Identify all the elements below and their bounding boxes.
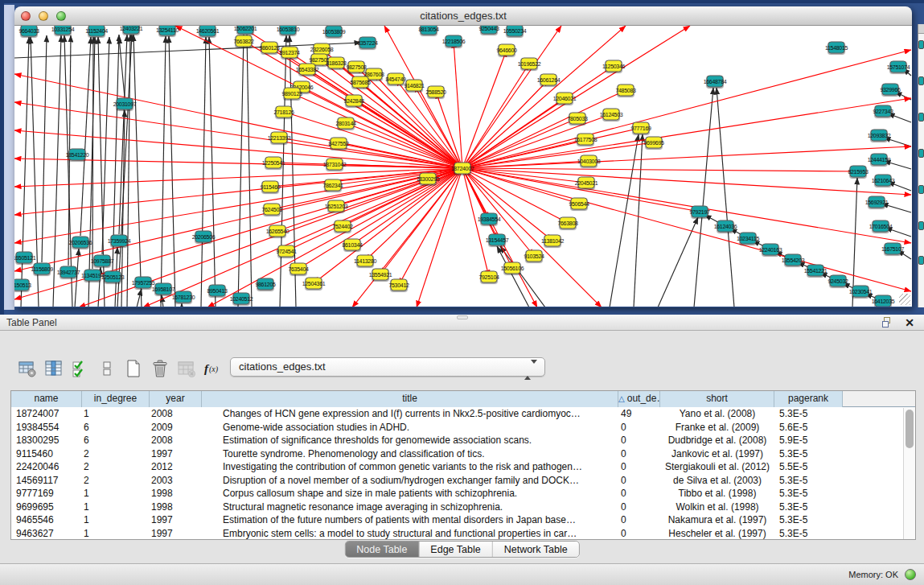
- graph-node[interactable]: 16543382: [299, 64, 316, 76]
- panel-drag-handle[interactable]: [457, 315, 468, 319]
- table-row[interactable]: 1938455462009Genome-wide association stu…: [11, 421, 915, 435]
- row-height-icon[interactable]: [96, 357, 118, 380]
- graph-node[interactable]: 12218506: [446, 35, 462, 47]
- table-row[interactable]: 946554611997Estimation of the future num…: [11, 513, 915, 527]
- graph-node[interactable]: 9115460: [262, 181, 279, 193]
- graph-node[interactable]: 8357224: [359, 37, 376, 49]
- select-rows-icon[interactable]: [69, 357, 92, 380]
- graph-node[interactable]: 11548015: [828, 42, 845, 54]
- graph-node[interactable]: 8454749: [388, 73, 405, 85]
- graph-node[interactable]: 16781230: [175, 291, 192, 303]
- graph-node[interactable]: 10230541: [852, 286, 869, 298]
- column-header-title[interactable]: title: [202, 391, 618, 407]
- graph-node[interactable]: 15541221: [807, 265, 824, 277]
- graph-node[interactable]: 16251203: [328, 200, 345, 212]
- column-header-out_de[interactable]: △out_de…: [618, 391, 660, 407]
- graph-node[interactable]: 9250443: [481, 26, 498, 35]
- graph-node[interactable]: 2718126: [276, 106, 293, 118]
- table-scrollbar-thumb[interactable]: [906, 410, 914, 448]
- graph-node[interactable]: 9103524: [526, 250, 543, 262]
- background-window-sliver[interactable]: [918, 24, 924, 307]
- tab-network-table[interactable]: Network Table: [493, 542, 579, 557]
- network-window-titlebar[interactable]: citations_edges.txt: [14, 6, 912, 26]
- graph-node[interactable]: 11413280: [357, 255, 374, 267]
- graph-node[interactable]: 10234115: [740, 233, 757, 245]
- graph-node[interactable]: 20031097: [117, 98, 133, 110]
- graph-node[interactable]: 5875685: [352, 76, 369, 89]
- graph-node[interactable]: 7635404: [290, 263, 307, 275]
- graph-node[interactable]: 16061264: [540, 74, 557, 86]
- graph-node[interactable]: 11152404: [88, 26, 105, 37]
- graph-node[interactable]: 2588520: [428, 86, 445, 98]
- graph-node[interactable]: 7805033: [569, 113, 586, 125]
- graph-node[interactable]: 11345194: [84, 270, 101, 282]
- column-header-pagerank[interactable]: pagerank: [774, 391, 843, 407]
- graph-node[interactable]: 9890123: [284, 88, 301, 100]
- graph-node[interactable]: 8610344: [344, 239, 361, 251]
- graph-node[interactable]: 10550234: [507, 26, 524, 37]
- graph-node[interactable]: 18541220: [69, 149, 86, 161]
- graph-node[interactable]: 16648784: [707, 76, 724, 88]
- graph-node[interactable]: 17957255: [135, 277, 152, 289]
- graph-node[interactable]: 10403008: [581, 155, 598, 167]
- window-resize-grip[interactable]: [899, 294, 910, 305]
- graph-node[interactable]: 12093832: [871, 130, 888, 142]
- graph-node[interactable]: 8215953: [850, 166, 867, 178]
- network-table-select[interactable]: citations_edges.txt: [230, 357, 545, 377]
- graph-node[interactable]: 18724007: [454, 163, 471, 175]
- table-row[interactable]: 2242004622012Investigating the contribut…: [11, 460, 915, 474]
- graph-node[interactable]: 19384554: [481, 213, 498, 225]
- graph-node[interactable]: 11675107: [885, 243, 901, 255]
- graph-node[interactable]: 9245032: [830, 275, 847, 287]
- graph-node[interactable]: 7530412: [391, 279, 408, 291]
- graph-node[interactable]: 20206506: [195, 231, 212, 243]
- graph-node[interactable]: 10196522: [521, 58, 538, 70]
- table-row[interactable]: 946362711997Embryonic stem cells: a mode…: [11, 527, 915, 541]
- graph-node[interactable]: 17016504: [873, 220, 889, 233]
- graph-node[interactable]: 8813054: [421, 26, 437, 35]
- graph-node[interactable]: 22045021: [578, 177, 595, 189]
- graph-node[interactable]: 9792197: [692, 206, 708, 218]
- graph-node[interactable]: 9329966: [882, 84, 899, 96]
- graph-node[interactable]: 9724541: [278, 245, 295, 257]
- graph-node[interactable]: 11381042: [544, 235, 561, 247]
- graph-node[interactable]: 16177508: [577, 134, 594, 146]
- graph-node[interactable]: 8950413: [209, 285, 226, 297]
- graph-node[interactable]: 11156809: [34, 263, 51, 275]
- graph-node[interactable]: 12444159: [871, 154, 888, 166]
- delete-table-icon[interactable]: [149, 357, 171, 380]
- table-row[interactable]: 969969511998Structural magnetic resonanc…: [11, 501, 915, 514]
- graph-node[interactable]: 12046021: [556, 93, 573, 105]
- graph-node[interactable]: 8186328: [328, 57, 345, 69]
- table-scrollbar[interactable]: [903, 408, 915, 539]
- graph-node[interactable]: 18300295: [420, 173, 437, 185]
- graph-node[interactable]: 9860128: [261, 42, 278, 54]
- graph-node[interactable]: 16265540: [269, 225, 286, 237]
- tab-node-table[interactable]: Node Table: [345, 542, 419, 557]
- graph-node[interactable]: 15056106: [504, 262, 521, 274]
- graph-node[interactable]: 9646600: [499, 44, 515, 56]
- graph-node[interactable]: 16124036: [717, 220, 734, 233]
- graph-node[interactable]: 15062201: [237, 26, 254, 35]
- graph-node[interactable]: 12505123: [105, 271, 121, 283]
- graph-node[interactable]: 9150513: [14, 279, 30, 291]
- graph-node[interactable]: 9242848: [346, 95, 363, 107]
- graph-node[interactable]: 10975887: [94, 255, 111, 267]
- graph-node[interactable]: 16412035: [875, 295, 892, 307]
- graph-node[interactable]: 12504361: [306, 278, 322, 290]
- table-row[interactable]: 977716911998Corpus callosum shape and si…: [11, 487, 915, 501]
- graph-node[interactable]: 12250541: [265, 157, 282, 169]
- graph-node[interactable]: 14620561: [199, 26, 216, 37]
- graph-node[interactable]: 12213393: [271, 132, 288, 144]
- graph-node[interactable]: 13942737: [60, 266, 77, 278]
- graph-node[interactable]: 9506544: [571, 198, 588, 210]
- graph-node[interactable]: 12240163: [762, 244, 779, 256]
- graph-node[interactable]: 9827508: [348, 61, 365, 73]
- graph-node[interactable]: 12403221: [123, 26, 140, 35]
- column-header-name[interactable]: name: [11, 391, 82, 407]
- graph-node[interactable]: 13154457: [489, 234, 506, 246]
- graph-node[interactable]: 11250346: [606, 60, 622, 72]
- graph-node[interactable]: 8427552: [331, 138, 347, 150]
- graph-node[interactable]: 7663822: [236, 35, 253, 47]
- graph-node[interactable]: 9664033: [21, 26, 38, 37]
